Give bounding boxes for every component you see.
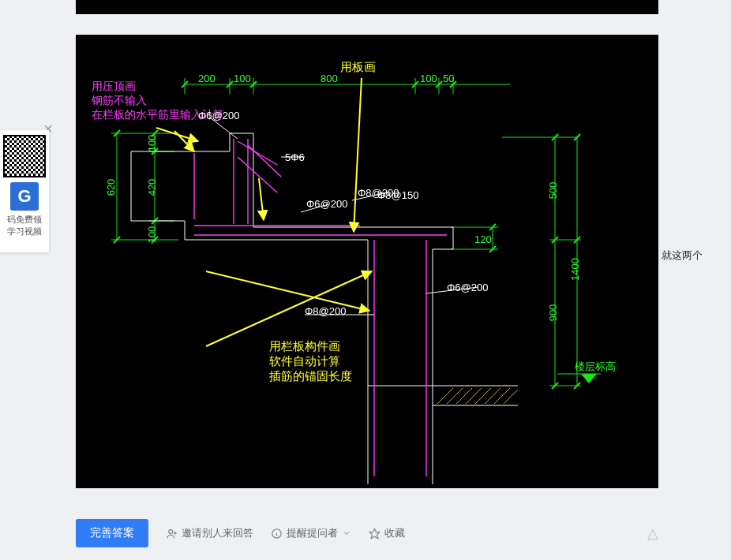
svg-line-55	[475, 388, 491, 404]
svg-marker-41	[581, 374, 597, 383]
previous-image-sliver	[76, 0, 658, 14]
rebar-68-200a: Φ6@200	[198, 110, 240, 121]
collapse-icon[interactable]: △	[647, 525, 658, 542]
invite-answer-label: 邀请别人来回答	[182, 526, 253, 540]
qr-caption-line2: 学习视频	[3, 226, 46, 237]
cad-drawing: 用板画 用压顶画 钢筋不输入 在栏板的水平筋里输入计算 用栏板构件画 软件自动计…	[76, 35, 658, 488]
dim-right-1400: 1400	[569, 258, 581, 281]
svg-line-51	[437, 388, 453, 404]
dim-right-500: 500	[547, 182, 559, 200]
qr-caption-line1: 码免费领	[3, 214, 46, 226]
svg-marker-69	[369, 528, 380, 539]
dim-right-900: 900	[547, 304, 559, 322]
qr-code	[3, 135, 46, 177]
svg-line-56	[485, 388, 500, 404]
svg-line-54	[466, 388, 482, 404]
dim-right-120: 120	[474, 233, 492, 245]
user-plus-icon	[166, 528, 178, 539]
svg-line-57	[494, 388, 510, 404]
favorite-button[interactable]: 收藏	[369, 526, 405, 540]
rebar-68-200c: Φ6@200	[447, 282, 489, 293]
svg-line-61	[174, 131, 194, 151]
rebar-88-150: Φ8@150	[377, 189, 419, 201]
svg-line-62	[206, 271, 372, 346]
info-icon	[271, 528, 283, 539]
dim-inner-420: 420	[146, 179, 158, 196]
star-icon	[369, 528, 380, 539]
rebar-88-200a: Φ8@200	[305, 305, 347, 317]
svg-line-53	[456, 388, 472, 404]
dim-inner-100: 100	[146, 135, 158, 152]
app-logo: G	[10, 182, 39, 211]
svg-point-65	[169, 529, 173, 533]
invite-answer-button[interactable]: 邀请别人来回答	[166, 526, 253, 540]
favorite-label: 收藏	[384, 526, 405, 540]
rebar-5d6: 5Φ6	[285, 151, 305, 163]
chevron-down-icon	[342, 528, 351, 538]
annotation-balustrade: 用栏板构件画 软件自动计算 插筋的锚固长度	[269, 338, 352, 383]
dim-inner-100b: 100	[146, 226, 158, 244]
qr-floating-panel: G 码免费领 学习视频	[0, 130, 49, 252]
dim-top-50: 50	[443, 73, 454, 84]
dim-top-800: 800	[321, 73, 338, 84]
svg-line-64	[259, 178, 264, 220]
improve-answer-button[interactable]: 完善答案	[76, 519, 148, 547]
rebar-68-200b: Φ6@200	[306, 198, 348, 210]
remind-asker-button[interactable]: 提醒提问者	[271, 526, 351, 540]
annotation-use-slab: 用板画	[340, 60, 376, 75]
dim-top-100b: 100	[420, 73, 437, 84]
dim-top-100a: 100	[234, 73, 251, 84]
dim-left-620: 620	[105, 179, 117, 196]
remind-asker-label: 提醒提问者	[287, 526, 338, 540]
dim-top-200: 200	[198, 73, 216, 84]
answer-action-bar: 完善答案 邀请别人来回答 提醒提问者 收藏 △	[76, 517, 658, 549]
svg-line-59	[354, 78, 362, 232]
partial-answer-text: 就这两个	[662, 248, 703, 263]
svg-line-52	[447, 388, 463, 404]
elevation-label: 楼层标高	[575, 360, 616, 374]
